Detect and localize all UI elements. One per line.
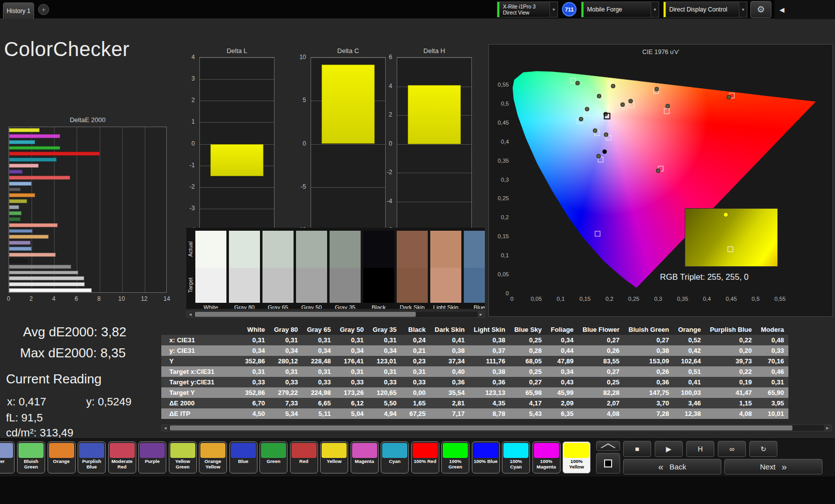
source-dropdown[interactable]: Mobile Forge ▼ — [581, 2, 659, 18]
display-label: Direct Display Control — [669, 6, 735, 13]
swatch-column: Gray 80 — [229, 231, 260, 309]
scrollbar-thumb[interactable] — [170, 425, 792, 430]
measurement-marker — [727, 95, 731, 100]
pattern-button-100-cyan[interactable]: 100% Cyan — [502, 441, 530, 473]
pattern-button-bluish-green[interactable]: Bluish Green — [17, 441, 45, 473]
gridline — [311, 144, 385, 145]
deltae-bar — [9, 170, 23, 174]
max-de2000-value: Max dE2000: 8,35 — [20, 345, 126, 361]
add-tab-button[interactable]: + — [38, 4, 49, 15]
pattern-button-red[interactable]: Red — [290, 441, 318, 473]
meter-line2: Direct View — [503, 10, 546, 16]
stop-icon: ■ — [635, 445, 639, 453]
table-cell: 0,31 — [756, 377, 788, 387]
table-header-row: WhiteGray 80Gray 65Gray 50Gray 35BlackDa… — [161, 324, 788, 335]
scroll-right-icon[interactable]: ► — [477, 311, 484, 317]
swatch-actual — [262, 231, 294, 268]
table-cell: 82,28 — [578, 387, 624, 398]
pattern-button-purplish-blue[interactable]: Purplish Blue — [78, 441, 106, 473]
swatch-strip-scrollbar[interactable]: ◄ ► — [186, 311, 485, 318]
display-control-dropdown[interactable]: Direct Display Control ▼ — [663, 2, 747, 18]
scroll-left-icon[interactable]: ◄ — [162, 425, 169, 431]
axis-tick-label: 4 — [180, 54, 195, 61]
pattern-button-yellow-green[interactable]: Yellow Green — [169, 441, 197, 473]
rgb-triplet-label: RGB Triplet: 255, 255, 0 — [609, 272, 799, 282]
table-cell: 65,98 — [510, 387, 546, 398]
scrollbar-thumb[interactable] — [195, 312, 416, 317]
table-cell: 0,27 — [510, 377, 546, 387]
table-cell: 0,38 — [469, 335, 510, 345]
scrollbar-track[interactable] — [194, 311, 477, 317]
scroll-left-icon[interactable]: ◄ — [187, 311, 194, 317]
pattern-button-label: wer — [0, 458, 13, 464]
pattern-button-label: 100% Yellow — [564, 458, 589, 469]
table-cell: 0,33 — [756, 345, 788, 356]
chart-title: Delta C — [311, 47, 386, 55]
pattern-button-100-magenta[interactable]: 100% Magenta — [532, 441, 561, 473]
next-button[interactable]: Next » — [724, 459, 822, 474]
pattern-button-magenta[interactable]: Magenta — [351, 441, 379, 473]
loop-button[interactable]: ↻ — [749, 441, 777, 457]
plot-area — [311, 57, 386, 230]
deltae-bar — [9, 193, 35, 197]
deltae-bar — [9, 288, 92, 292]
settings-button[interactable]: ⚙ — [750, 1, 771, 18]
back-button[interactable]: « Back — [623, 459, 721, 474]
pattern-button-purple[interactable]: Purple — [138, 441, 166, 473]
swatch-label: Blue — [464, 303, 485, 309]
gridline — [200, 58, 274, 58]
table-cell: 0,25 — [510, 366, 546, 377]
chart-title: DeltaE 2000 — [9, 116, 167, 124]
pattern-button-blue[interactable]: Blue — [229, 441, 257, 473]
scrollbar-track[interactable] — [169, 425, 824, 431]
pattern-button-label: Red — [292, 458, 317, 464]
play-button[interactable]: ▶ — [655, 441, 683, 457]
collapse-panel-button[interactable]: ◀ — [774, 0, 835, 19]
pattern-button-yellow[interactable]: Yellow — [320, 441, 348, 473]
measurement-marker — [593, 129, 598, 133]
swatch-column: Blue — [464, 231, 485, 309]
chart-title: Delta H — [397, 47, 472, 55]
scroll-right-icon[interactable]: ► — [824, 425, 831, 431]
table-cell: 5,43 — [510, 408, 546, 419]
target-row-label: Target — [187, 268, 194, 303]
pattern-button-moderate-red[interactable]: Moderate Red — [108, 441, 136, 473]
pattern-button-wer[interactable]: wer — [0, 441, 15, 473]
plot-area — [199, 57, 274, 230]
table-cell: 47,89 — [546, 356, 579, 366]
gridline — [397, 58, 471, 58]
tab-history-1[interactable]: History 1 — [3, 3, 34, 19]
deltae-bar — [9, 182, 32, 186]
stop-button[interactable]: ■ — [623, 441, 651, 457]
table-row: y: CIE310,340,340,340,340,340,210,380,37… — [161, 345, 788, 356]
deltae-bar — [9, 146, 60, 150]
axis-tick-label: 2 — [377, 111, 392, 118]
chart-title: Delta L — [199, 47, 274, 55]
pattern-button-100-yellow[interactable]: 100% Yellow — [563, 441, 591, 473]
pattern-button-100-green[interactable]: 100% Green — [441, 441, 469, 473]
table-cell: 7,33 — [269, 398, 303, 408]
continuous-button[interactable]: ∞ — [718, 441, 746, 457]
table-scrollbar[interactable]: ◄ ► — [161, 424, 831, 431]
pattern-button-100-blue[interactable]: 100% Blue — [472, 441, 500, 473]
table-cell: 4,50 — [240, 408, 269, 419]
expand-toolbar-button[interactable] — [596, 441, 620, 451]
frame-step-button[interactable]: H — [686, 441, 714, 457]
pattern-button-cyan[interactable]: Cyan — [381, 441, 409, 473]
loop-icon: ↻ — [760, 445, 766, 453]
axis-tick-label: 0 — [504, 296, 519, 302]
pattern-color-swatch — [413, 443, 438, 458]
table-cell: 0,40 — [430, 366, 469, 377]
table-cell: 0,34 — [546, 366, 579, 377]
pattern-color-swatch — [443, 443, 468, 458]
pattern-button-green[interactable]: Green — [259, 441, 288, 473]
pattern-window-button[interactable] — [596, 453, 620, 473]
meter-dropdown[interactable]: X-Rite i1Pro 3 Direct View ▼ — [497, 2, 558, 18]
pattern-button-orange-yellow[interactable]: Orange Yellow — [199, 441, 227, 473]
pattern-button-orange[interactable]: Orange — [48, 441, 76, 473]
swatch-column: Light Skin — [430, 231, 461, 309]
delta-c-chart: Delta C 1050-5-10 — [291, 47, 391, 237]
table-cell: 3,95 — [756, 398, 788, 408]
measurement-marker — [621, 103, 625, 107]
pattern-button-100-red[interactable]: 100% Red — [411, 441, 439, 473]
